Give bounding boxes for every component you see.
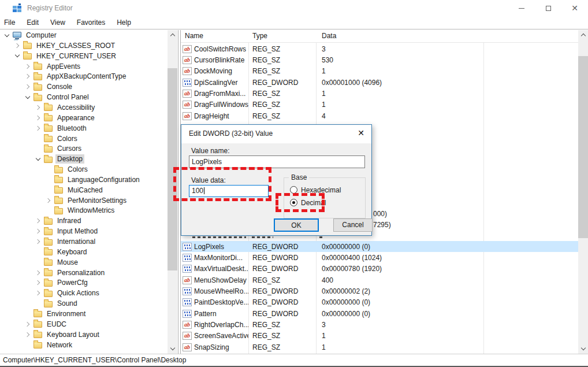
column-header-name[interactable]: Name — [181, 30, 248, 43]
chevron-down-icon[interactable] — [36, 155, 40, 160]
registry-value-row[interactable]: DragFromMaxi...REG_SZ1 — [181, 88, 578, 99]
registry-value-row[interactable]: DockMovingREG_SZ1 — [181, 66, 578, 77]
chevron-box[interactable] — [34, 113, 43, 123]
column-header-type[interactable]: Type — [248, 30, 316, 43]
tree-item[interactable]: Control Panel — [0, 92, 91, 102]
chevron-box[interactable] — [34, 154, 43, 164]
chevron-right-icon[interactable] — [25, 64, 29, 68]
chevron-box[interactable] — [13, 41, 22, 50]
chevron-right-icon[interactable] — [25, 74, 29, 79]
chevron-right-icon[interactable] — [46, 198, 50, 202]
tree-item[interactable]: Computer — [0, 30, 58, 40]
chevron-box[interactable] — [34, 268, 43, 277]
chevron-right-icon[interactable] — [25, 332, 29, 336]
tree-item[interactable]: Appearance — [0, 113, 96, 123]
chevron-right-icon[interactable] — [35, 280, 40, 285]
chevron-right-icon[interactable] — [35, 116, 40, 120]
chevron-right-icon[interactable] — [35, 105, 40, 110]
chevron-right-icon[interactable] — [35, 270, 40, 275]
chevron-down-icon[interactable] — [5, 32, 9, 36]
chevron-right-icon[interactable] — [35, 291, 40, 295]
tree-item[interactable]: Infrared — [0, 216, 83, 226]
chevron-box[interactable] — [23, 330, 32, 339]
tree-item[interactable]: Console — [0, 81, 74, 92]
tree-item[interactable]: LanguageConfiguration — [0, 175, 142, 185]
tree-item[interactable]: Personalization — [0, 268, 106, 278]
chevron-box[interactable] — [44, 196, 53, 205]
chevron-box[interactable] — [23, 320, 32, 329]
tree-item[interactable]: HKEY_CURRENT_USER — [0, 51, 118, 61]
chevron-right-icon[interactable] — [35, 229, 40, 233]
tree-item[interactable]: MuiCached — [0, 185, 105, 195]
chevron-box[interactable] — [34, 237, 43, 246]
tree-item[interactable]: PerMonitorSettings — [0, 195, 128, 206]
scroll-up-button[interactable] — [578, 30, 588, 40]
chevron-right-icon[interactable] — [35, 125, 40, 130]
registry-value-row[interactable]: PaintDesktopVe...REG_DWORD0x00000000 (0) — [181, 297, 578, 308]
chevron-right-icon[interactable] — [35, 239, 40, 244]
chevron-right-icon[interactable] — [35, 218, 40, 223]
tree-item[interactable]: AppXBackupContentType — [0, 71, 128, 81]
tree-item[interactable]: EUDC — [0, 319, 68, 329]
dialog-close-button[interactable]: ✕ — [358, 128, 364, 138]
chevron-box[interactable] — [23, 92, 32, 102]
tree-item[interactable]: Desktop — [0, 154, 84, 164]
tree-item[interactable]: Bluetooth — [0, 123, 88, 134]
tree-item[interactable]: Colors — [0, 134, 79, 144]
registry-value-row[interactable]: DpiScalingVerREG_DWORD0x00001000 (4096) — [181, 77, 578, 88]
tree-item[interactable]: Accessibility — [0, 102, 96, 113]
menu-item-favorites[interactable]: Favorites — [71, 17, 111, 28]
maximize-button[interactable] — [535, 0, 561, 16]
tree-item[interactable]: HKEY_CLASSES_ROOT — [0, 40, 117, 51]
tree-item[interactable]: PowerCfg — [0, 277, 90, 288]
registry-value-row[interactable]: MaxVirtualDeskt...REG_DWORD0x00000780 (1… — [181, 264, 578, 275]
registry-value-row[interactable]: DragHeightREG_SZ4 — [181, 110, 578, 121]
registry-value-row[interactable]: LogPixelsREG_DWORD0x00000000 (0) — [181, 241, 578, 252]
chevron-box[interactable] — [34, 278, 43, 287]
chevron-down-icon[interactable] — [25, 94, 30, 98]
chevron-right-icon[interactable] — [14, 43, 19, 48]
tree-item[interactable]: Network — [0, 340, 74, 350]
chevron-right-icon[interactable] — [25, 322, 29, 327]
tree-item[interactable]: Sound — [0, 298, 79, 309]
chevron-box[interactable] — [13, 51, 22, 61]
registry-value-row[interactable]: MenuShowDelayREG_SZ400 — [181, 275, 578, 286]
registry-value-row[interactable]: MouseWheelRo...REG_DWORD0x00000002 (2) — [181, 286, 578, 296]
chevron-box[interactable] — [34, 216, 43, 225]
chevron-box[interactable] — [34, 103, 43, 112]
chevron-box[interactable] — [23, 82, 32, 91]
tree-item[interactable]: Keyboard — [0, 247, 88, 257]
menu-item-view[interactable]: View — [44, 17, 71, 28]
chevron-box[interactable] — [34, 227, 43, 236]
chevron-right-icon[interactable] — [25, 84, 29, 89]
close-button[interactable]: ✕ — [561, 0, 588, 16]
minimize-button[interactable] — [508, 0, 535, 16]
registry-value-row[interactable]: MaxMonitorDi...REG_DWORD0x00000400 (1024… — [181, 252, 578, 263]
tree-item[interactable]: WindowMetrics — [0, 205, 116, 216]
tree-item[interactable]: International — [0, 236, 97, 247]
column-header-data[interactable]: Data — [316, 30, 578, 43]
chevron-box[interactable] — [23, 72, 32, 81]
registry-value-row[interactable]: ScreenSaveActiveREG_SZ1 — [181, 331, 578, 342]
scroll-down-button[interactable] — [578, 344, 588, 354]
list-scrollbar[interactable] — [578, 30, 588, 354]
dialog-title-bar[interactable]: Edit DWORD (32-bit) Value ✕ — [181, 125, 371, 143]
ok-button[interactable]: OK — [274, 218, 319, 232]
chevron-box[interactable] — [23, 62, 32, 71]
tree-item[interactable]: Colors — [0, 164, 90, 175]
menu-item-edit[interactable]: Edit — [21, 17, 44, 28]
chevron-box[interactable] — [34, 124, 43, 133]
tree-item[interactable]: AppEvents — [0, 61, 82, 72]
tree-item[interactable]: Mouse — [0, 257, 80, 268]
menu-item-file[interactable]: File — [0, 17, 21, 28]
registry-value-row[interactable]: PatternREG_DWORD0x00000000 (0) — [181, 308, 578, 319]
value-name-field[interactable]: LogPixels — [189, 155, 365, 168]
chevron-down-icon[interactable] — [15, 53, 20, 57]
chevron-box[interactable] — [2, 31, 12, 40]
chevron-box[interactable] — [34, 288, 43, 298]
tree-item[interactable]: Environment — [0, 309, 87, 319]
tree-item[interactable]: Cursors — [0, 143, 83, 154]
scroll-down-button[interactable] — [168, 344, 177, 354]
tree-item[interactable]: Quick Actions — [0, 288, 101, 298]
scroll-up-button[interactable] — [168, 30, 177, 40]
